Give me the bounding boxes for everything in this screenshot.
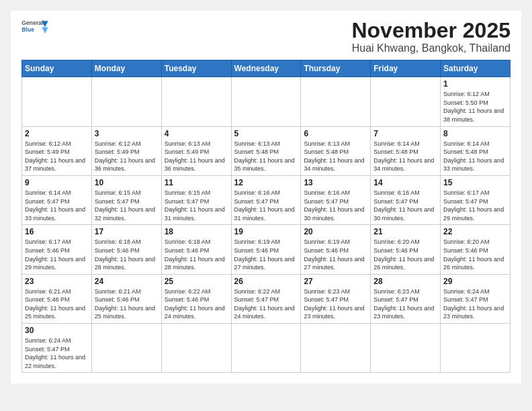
day-3: 3 Sunrise: 6:12 AMSunset: 5:49 PMDayligh… bbox=[91, 126, 161, 175]
day-2: 2 Sunrise: 6:12 AMSunset: 5:49 PMDayligh… bbox=[22, 126, 92, 175]
day-9: 9 Sunrise: 6:14 AMSunset: 5:47 PMDayligh… bbox=[22, 175, 92, 224]
day-11: 11 Sunrise: 6:15 AMSunset: 5:47 PMDaylig… bbox=[161, 175, 231, 224]
day-21: 21 Sunrise: 6:20 AMSunset: 5:46 PMDaylig… bbox=[371, 225, 441, 274]
empty-cell bbox=[161, 324, 231, 373]
day-1: 1 Sunrise: 6:12 AM Sunset: 5:50 PM Dayli… bbox=[441, 77, 511, 126]
day-6: 6 Sunrise: 6:13 AMSunset: 5:48 PMDayligh… bbox=[301, 126, 371, 175]
empty-cell bbox=[371, 77, 441, 126]
empty-cell bbox=[371, 324, 441, 373]
day-23: 23 Sunrise: 6:21 AMSunset: 5:46 PMDaylig… bbox=[22, 274, 92, 323]
empty-cell bbox=[231, 324, 301, 373]
day-8: 8 Sunrise: 6:14 AMSunset: 5:48 PMDayligh… bbox=[441, 126, 511, 175]
header-friday: Friday bbox=[371, 60, 441, 77]
day-7: 7 Sunrise: 6:14 AMSunset: 5:48 PMDayligh… bbox=[371, 126, 441, 175]
day-12: 12 Sunrise: 6:16 AMSunset: 5:47 PMDaylig… bbox=[231, 175, 301, 224]
day-16: 16 Sunrise: 6:17 AMSunset: 5:46 PMDaylig… bbox=[22, 225, 92, 274]
header-thursday: Thursday bbox=[301, 60, 371, 77]
week-row-3: 9 Sunrise: 6:14 AMSunset: 5:47 PMDayligh… bbox=[22, 175, 511, 224]
day-24: 24 Sunrise: 6:21 AMSunset: 5:46 PMDaylig… bbox=[91, 274, 161, 323]
header-sunday: Sunday bbox=[22, 60, 92, 77]
empty-cell bbox=[301, 324, 371, 373]
empty-cell bbox=[441, 324, 511, 373]
week-row-4: 16 Sunrise: 6:17 AMSunset: 5:46 PMDaylig… bbox=[22, 225, 511, 274]
header-tuesday: Tuesday bbox=[161, 60, 231, 77]
day-13: 13 Sunrise: 6:16 AMSunset: 5:47 PMDaylig… bbox=[301, 175, 371, 224]
header: General Blue November 2025 Huai Khwang, … bbox=[21, 19, 511, 54]
day-25: 25 Sunrise: 6:22 AMSunset: 5:46 PMDaylig… bbox=[161, 274, 231, 323]
day-20: 20 Sunrise: 6:19 AMSunset: 5:46 PMDaylig… bbox=[301, 225, 371, 274]
day-22: 22 Sunrise: 6:20 AMSunset: 5:46 PMDaylig… bbox=[441, 225, 511, 274]
day-18: 18 Sunrise: 6:18 AMSunset: 5:46 PMDaylig… bbox=[161, 225, 231, 274]
day-30: 30 Sunrise: 6:24 AMSunset: 5:47 PMDaylig… bbox=[22, 324, 92, 373]
week-row-5: 23 Sunrise: 6:21 AMSunset: 5:46 PMDaylig… bbox=[22, 274, 511, 323]
day-14: 14 Sunrise: 6:16 AMSunset: 5:47 PMDaylig… bbox=[371, 175, 441, 224]
day-4: 4 Sunrise: 6:13 AMSunset: 5:49 PMDayligh… bbox=[161, 126, 231, 175]
empty-cell bbox=[91, 77, 161, 126]
calendar-table: Sunday Monday Tuesday Wednesday Thursday… bbox=[21, 60, 511, 373]
empty-cell bbox=[91, 324, 161, 373]
day-15: 15 Sunrise: 6:17 AMSunset: 5:47 PMDaylig… bbox=[441, 175, 511, 224]
svg-text:General: General bbox=[21, 19, 43, 26]
day-26: 26 Sunrise: 6:22 AMSunset: 5:47 PMDaylig… bbox=[231, 274, 301, 323]
title-area: November 2025 Huai Khwang, Bangkok, Thai… bbox=[351, 19, 511, 54]
day-5: 5 Sunrise: 6:13 AMSunset: 5:48 PMDayligh… bbox=[231, 126, 301, 175]
day-10: 10 Sunrise: 6:15 AMSunset: 5:47 PMDaylig… bbox=[91, 175, 161, 224]
day-28: 28 Sunrise: 6:23 AMSunset: 5:47 PMDaylig… bbox=[371, 274, 441, 323]
location-title: Huai Khwang, Bangkok, Thailand bbox=[351, 42, 511, 54]
header-monday: Monday bbox=[91, 60, 161, 77]
day-29: 29 Sunrise: 6:24 AMSunset: 5:47 PMDaylig… bbox=[441, 274, 511, 323]
empty-cell bbox=[301, 77, 371, 126]
day-19: 19 Sunrise: 6:19 AMSunset: 5:46 PMDaylig… bbox=[231, 225, 301, 274]
header-wednesday: Wednesday bbox=[231, 60, 301, 77]
month-title: November 2025 bbox=[351, 19, 511, 42]
empty-cell bbox=[22, 77, 92, 126]
day-17: 17 Sunrise: 6:18 AMSunset: 5:46 PMDaylig… bbox=[91, 225, 161, 274]
svg-marker-3 bbox=[42, 28, 48, 34]
week-row-2: 2 Sunrise: 6:12 AMSunset: 5:49 PMDayligh… bbox=[22, 126, 511, 175]
week-row-6: 30 Sunrise: 6:24 AMSunset: 5:47 PMDaylig… bbox=[22, 324, 511, 373]
week-row-1: 1 Sunrise: 6:12 AM Sunset: 5:50 PM Dayli… bbox=[22, 77, 511, 126]
day-27: 27 Sunrise: 6:23 AMSunset: 5:47 PMDaylig… bbox=[301, 274, 371, 323]
generalblue-logo-icon: General Blue bbox=[21, 19, 48, 34]
empty-cell bbox=[231, 77, 301, 126]
svg-text:Blue: Blue bbox=[21, 26, 34, 33]
logo: General Blue bbox=[21, 19, 48, 35]
page: General Blue November 2025 Huai Khwang, … bbox=[11, 11, 521, 383]
header-saturday: Saturday bbox=[441, 60, 511, 77]
empty-cell bbox=[161, 77, 231, 126]
weekday-header-row: Sunday Monday Tuesday Wednesday Thursday… bbox=[22, 60, 511, 77]
